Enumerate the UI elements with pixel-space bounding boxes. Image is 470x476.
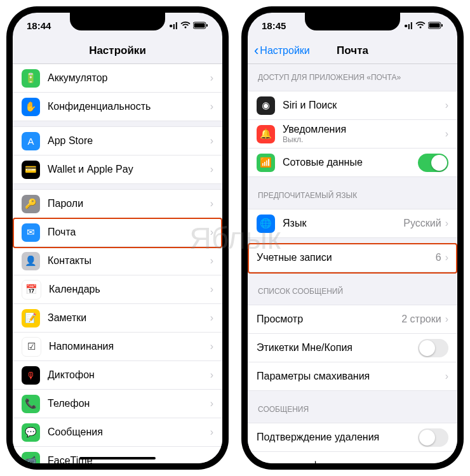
chevron-icon: › bbox=[445, 371, 448, 382]
svg-rect-5 bbox=[441, 24, 443, 27]
row-swipe[interactable]: Параметры смахивания› bbox=[248, 362, 457, 390]
nav-back-button[interactable]: ‹Настройки bbox=[254, 43, 310, 59]
row-confirm-delete: Подтверждение удаления bbox=[248, 423, 457, 452]
nav-bar: Настройки bbox=[13, 38, 222, 64]
group-messages: Подтверждение удаления Защита конфиденци… bbox=[248, 423, 457, 463]
row-label: Этикетки Мне/Копия bbox=[257, 342, 418, 354]
notes-icon: 📝 bbox=[22, 309, 40, 327]
chevron-icon: › bbox=[445, 218, 448, 229]
chevron-left-icon: ‹ bbox=[254, 43, 258, 59]
chevron-icon: › bbox=[210, 135, 213, 147]
row-label: Сообщения bbox=[48, 426, 210, 438]
facetime-icon: 📹 bbox=[22, 452, 40, 464]
reminders-icon: ☑ bbox=[22, 337, 41, 357]
row-battery[interactable]: 🔋Аккумулятор› bbox=[13, 64, 222, 93]
row-label: Почта bbox=[48, 227, 210, 238]
tocc-toggle[interactable] bbox=[418, 339, 448, 357]
nav-back-label: Настройки bbox=[260, 45, 309, 56]
row-label: App Store bbox=[48, 135, 210, 147]
chevron-icon: › bbox=[445, 460, 448, 463]
chevron-icon: › bbox=[445, 128, 448, 140]
chevron-icon: › bbox=[210, 341, 213, 352]
row-label: Защита конфиденциальности bbox=[257, 460, 445, 463]
notifications-icon: 🔔 bbox=[257, 125, 275, 143]
row-accounts[interactable]: Учетные записи6› bbox=[248, 244, 457, 272]
row-voicememos[interactable]: 🎙Диктофон› bbox=[13, 361, 222, 390]
row-tocc-labels: Этикетки Мне/Копия bbox=[248, 334, 457, 362]
wallet-icon: 💳 bbox=[22, 161, 40, 179]
section-header-messagelist: СПИСОК СООБЩЕНИЙ bbox=[248, 278, 457, 300]
row-label: Календарь bbox=[49, 284, 210, 295]
group-language: 🌐ЯзыкРусский› bbox=[248, 209, 457, 238]
messages-icon: 💬 bbox=[22, 423, 40, 442]
row-passwords[interactable]: 🔑Пароли› bbox=[13, 190, 222, 218]
section-header-messages: СООБЩЕНИЯ bbox=[248, 396, 457, 418]
row-wallet[interactable]: 💳Wallet и Apple Pay› bbox=[13, 155, 222, 183]
svg-rect-2 bbox=[206, 24, 208, 27]
group-access: ◉Siri и Поиск› 🔔УведомленияВыкл.› 📶Сотов… bbox=[248, 91, 457, 177]
row-cellular: 📶Сотовые данные bbox=[248, 149, 457, 176]
group-messagelist: Просмотр2 строки› Этикетки Мне/Копия Пар… bbox=[248, 305, 457, 391]
group-battery-privacy: 🔋Аккумулятор› ✋Конфиденциальность› bbox=[13, 64, 222, 121]
chevron-icon: › bbox=[210, 227, 213, 238]
privacy-icon: ✋ bbox=[22, 98, 40, 116]
nav-bar: ‹Настройки Почта bbox=[248, 38, 457, 64]
chevron-icon: › bbox=[445, 252, 448, 263]
row-privacy[interactable]: ✋Конфиденциальность› bbox=[13, 93, 222, 121]
confirm-delete-toggle[interactable] bbox=[418, 428, 448, 447]
chevron-icon: › bbox=[210, 72, 213, 84]
row-label: Диктофон bbox=[48, 369, 210, 381]
phone-left: 18:44 •ıl Настройки 🔋Аккумулятор› ✋Конфи… bbox=[6, 6, 229, 470]
row-language[interactable]: 🌐ЯзыкРусский› bbox=[248, 209, 457, 237]
row-notes[interactable]: 📝Заметки› bbox=[13, 304, 222, 333]
chevron-icon: › bbox=[210, 312, 213, 324]
row-label: Параметры смахивания bbox=[257, 371, 445, 382]
group-accounts: Учетные записи6› bbox=[248, 243, 457, 273]
row-label: Wallet и Apple Pay bbox=[48, 164, 210, 175]
row-label: Язык bbox=[283, 218, 403, 229]
group-apps: 🔑Пароли› ✉Почта› 👤Контакты› 📅Календарь› … bbox=[13, 189, 222, 463]
row-label: Контакты bbox=[48, 255, 210, 267]
chevron-icon: › bbox=[210, 255, 213, 267]
row-privacy-protection[interactable]: Защита конфиденциальности› bbox=[248, 452, 457, 463]
row-phone[interactable]: 📞Телефон› bbox=[13, 390, 222, 418]
cellular-toggle[interactable] bbox=[418, 154, 448, 172]
chevron-icon: › bbox=[210, 284, 213, 295]
chevron-icon: › bbox=[210, 426, 213, 438]
row-value: 6 bbox=[436, 252, 441, 263]
chevron-icon: › bbox=[210, 369, 213, 381]
appstore-icon: A bbox=[22, 132, 40, 150]
home-indicator[interactable] bbox=[79, 457, 156, 459]
row-sublabel: Выкл. bbox=[283, 135, 445, 144]
phone-icon: 📞 bbox=[22, 395, 40, 413]
row-label: Напоминания bbox=[49, 341, 210, 352]
row-preview[interactable]: Просмотр2 строки› bbox=[248, 305, 457, 334]
row-mail[interactable]: ✉Почта› bbox=[13, 218, 222, 247]
row-appstore[interactable]: AApp Store› bbox=[13, 127, 222, 155]
svg-rect-1 bbox=[194, 23, 205, 27]
row-label: Заметки bbox=[48, 312, 210, 324]
chevron-icon: › bbox=[210, 455, 213, 463]
cellular-icon: 📶 bbox=[257, 154, 275, 172]
row-label: Сотовые данные bbox=[283, 157, 418, 168]
row-messages[interactable]: 💬Сообщения› bbox=[13, 418, 222, 447]
row-siri[interactable]: ◉Siri и Поиск› bbox=[248, 91, 457, 120]
row-value: Русский bbox=[403, 218, 441, 229]
row-calendar[interactable]: 📅Календарь› bbox=[13, 275, 222, 304]
chevron-icon: › bbox=[210, 398, 213, 409]
wifi-icon bbox=[180, 20, 191, 31]
row-facetime[interactable]: 📹FaceTime› bbox=[13, 447, 222, 463]
row-label: Пароли bbox=[48, 198, 210, 209]
battery-icon bbox=[428, 20, 443, 31]
section-header-language: ПРЕДПОЧИТАЕМЫЙ ЯЗЫК bbox=[248, 182, 457, 204]
row-contacts[interactable]: 👤Контакты› bbox=[13, 247, 222, 275]
section-header-access: ДОСТУП ДЛЯ ПРИЛОЖЕНИЯ «ПОЧТА» bbox=[248, 64, 457, 86]
battery-glyph-icon: 🔋 bbox=[22, 69, 40, 88]
row-label: Аккумулятор bbox=[48, 72, 210, 84]
calendar-icon: 📅 bbox=[22, 280, 41, 300]
passwords-icon: 🔑 bbox=[22, 195, 40, 213]
row-notifications[interactable]: 🔔УведомленияВыкл.› bbox=[248, 120, 457, 149]
siri-icon: ◉ bbox=[257, 96, 275, 115]
phone-right: 18:45 •ıl ‹Настройки Почта ДОСТУП ДЛЯ ПР… bbox=[241, 6, 464, 470]
row-reminders[interactable]: ☑Напоминания› bbox=[13, 333, 222, 361]
